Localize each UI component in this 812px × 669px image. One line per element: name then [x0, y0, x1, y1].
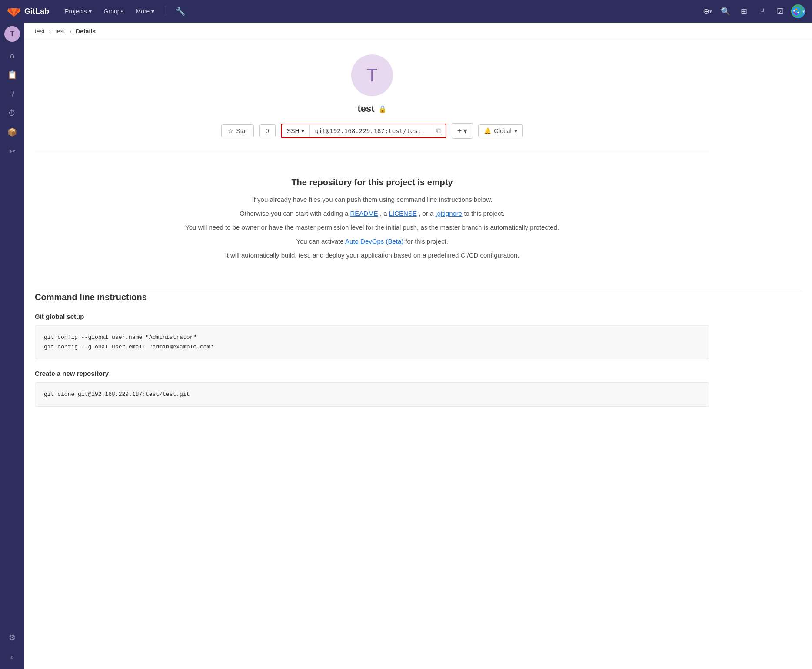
protocol-chevron-icon: ▾	[301, 127, 304, 134]
chevron-down-icon: ▾	[89, 8, 92, 15]
project-name: test 🔒	[357, 103, 386, 114]
create-repo-block: git clone git@192.168.229.187:test/test.…	[35, 382, 709, 407]
svg-point-7	[795, 13, 798, 15]
bell-icon: 🔔	[484, 127, 491, 134]
breadcrumb-test1[interactable]: test	[35, 28, 45, 35]
project-avatar: T	[351, 54, 393, 96]
create-new-repo: Create a new repository git clone git@19…	[35, 370, 709, 407]
add-chevron-icon: ▾	[463, 126, 467, 136]
add-button[interactable]: + ▾	[452, 123, 473, 139]
nav-wrench[interactable]: 🔧	[170, 4, 190, 19]
star-icon: ☆	[228, 127, 233, 134]
cmd-title: Command line instructions	[35, 292, 709, 302]
sidebar-expand-button[interactable]: »	[3, 648, 21, 666]
star-button[interactable]: ☆ Star	[221, 124, 254, 137]
cmd-line: git clone git@192.168.229.187:test/test.…	[44, 390, 700, 399]
svg-point-6	[797, 12, 799, 14]
merge-request-icon: ⑂	[760, 7, 765, 16]
lock-icon: 🔒	[378, 105, 387, 113]
merge-requests-button[interactable]: ⑂	[755, 4, 769, 19]
avatar-icon	[791, 4, 802, 18]
empty-repo-line2: Otherwise you can start with adding a RE…	[176, 208, 568, 219]
wrench-icon: 🔧	[176, 7, 185, 16]
empty-repo-section: The repository for this project is empty…	[176, 164, 568, 278]
sidebar-item-home[interactable]: ⌂	[3, 47, 21, 64]
clone-box: SSH ▾ git@192.168.229.187:test/test. ⧉	[281, 124, 446, 138]
sidebar-item-operations[interactable]: ✂	[3, 143, 21, 160]
breadcrumb-test2[interactable]: test	[55, 28, 65, 35]
git-global-block: git config --global user.name "Administr…	[35, 325, 709, 359]
scissors-icon: ✂	[9, 147, 16, 156]
panels-icon: ⊞	[741, 7, 747, 16]
checklist-icon: ☑	[777, 7, 784, 16]
navbar-right: ⊕ ▾ 🔍 ⊞ ⑂ ☑ ▾	[700, 4, 805, 19]
home-icon: ⌂	[10, 51, 15, 60]
git-global-setup: Git global setup git config --global use…	[35, 313, 709, 359]
breadcrumb: test › test › Details	[24, 23, 812, 40]
empty-repo-line1: If you already have files you can push t…	[176, 194, 568, 205]
chevron-right-icon: »	[10, 653, 14, 660]
gitignore-link[interactable]: .gitignore	[435, 210, 462, 217]
clock-icon: ⏱	[8, 109, 16, 118]
clone-protocol-selector[interactable]: SSH ▾	[282, 125, 310, 137]
nav-divider	[165, 6, 165, 17]
readme-link[interactable]: README	[350, 210, 378, 217]
new-item-button[interactable]: ⊕ ▾	[700, 4, 715, 19]
create-repo-heading: Create a new repository	[35, 370, 709, 377]
svg-point-3	[797, 10, 799, 12]
clone-url-field[interactable]: git@192.168.229.187:test/test.	[310, 125, 432, 137]
chevron-down-icon: ▾	[151, 8, 154, 15]
main-wrapper: test › test › Details T test 🔒 ☆ Star 0	[24, 23, 812, 669]
nav-more[interactable]: More ▾	[131, 5, 160, 17]
svg-point-5	[793, 12, 795, 14]
search-button[interactable]: 🔍	[718, 4, 733, 19]
breadcrumb-sep1: ›	[49, 28, 51, 35]
gitlab-logo-icon	[7, 4, 21, 18]
action-bar: ☆ Star 0 SSH ▾ git@192.168.229.187:test/…	[221, 123, 522, 139]
plus-icon: +	[457, 127, 462, 136]
cmd-line: git config --global user.name "Administr…	[44, 333, 700, 342]
empty-repo-line4: You can activate Auto DevOps (Beta) for …	[176, 236, 568, 247]
sidebar-item-cicd[interactable]: ⏱	[3, 104, 21, 122]
svg-point-4	[795, 8, 798, 10]
empty-repo-line5: It will automatically build, test, and d…	[176, 250, 568, 261]
package-icon: 📦	[7, 127, 17, 137]
empty-repo-title: The repository for this project is empty	[176, 177, 568, 187]
navbar: GitLab Projects ▾ Groups More ▾ 🔧 ⊕ ▾ 🔍 …	[0, 0, 812, 23]
breadcrumb-sep2: ›	[70, 28, 72, 35]
nav-groups[interactable]: Groups	[99, 5, 129, 17]
plus-icon: ⊕	[703, 7, 709, 16]
sidebar-user-avatar[interactable]: T	[4, 26, 20, 42]
brand-label: GitLab	[24, 7, 49, 16]
sidebar-item-settings[interactable]: ⚙	[3, 629, 21, 646]
chevron-down-icon: ▾	[709, 9, 712, 14]
sidebar-item-packages[interactable]: 📦	[3, 124, 21, 141]
sidebar-item-repository[interactable]: 📋	[3, 66, 21, 84]
settings-icon: ⚙	[9, 633, 16, 642]
user-avatar-button[interactable]: ▾	[791, 4, 805, 18]
license-link[interactable]: LICENSE	[389, 210, 417, 217]
cmd-section: Command line instructions Git global set…	[24, 292, 720, 431]
sidebar-item-merge-requests[interactable]: ⑂	[3, 85, 21, 103]
merge-icon: ⑂	[10, 90, 15, 99]
navbar-nav: Projects ▾ Groups More ▾ 🔧	[60, 4, 700, 19]
copy-icon: ⧉	[436, 127, 441, 134]
section-divider	[35, 153, 709, 153]
notification-button[interactable]: 🔔 Global ▾	[478, 124, 522, 137]
issues-button[interactable]: ☑	[773, 4, 788, 19]
brand[interactable]: GitLab	[7, 4, 49, 18]
svg-point-2	[793, 10, 795, 12]
notification-chevron-icon: ▾	[514, 127, 517, 134]
panels-button[interactable]: ⊞	[736, 4, 751, 19]
project-header: T test 🔒 ☆ Star 0 SSH ▾ gi	[35, 54, 709, 139]
breadcrumb-current: Details	[76, 28, 96, 35]
nav-projects[interactable]: Projects ▾	[60, 5, 97, 17]
book-icon: 📋	[7, 70, 17, 80]
sidebar: T ⌂ 📋 ⑂ ⏱ 📦 ✂ ⚙ »	[0, 23, 24, 669]
project-content: T test 🔒 ☆ Star 0 SSH ▾ gi	[24, 40, 720, 292]
star-count: 0	[259, 124, 276, 137]
auto-devops-link[interactable]: Auto DevOps (Beta)	[345, 237, 403, 245]
avatar-dropdown-icon: ▾	[802, 9, 805, 14]
search-icon: 🔍	[721, 7, 730, 16]
copy-clone-url-button[interactable]: ⧉	[432, 124, 446, 137]
